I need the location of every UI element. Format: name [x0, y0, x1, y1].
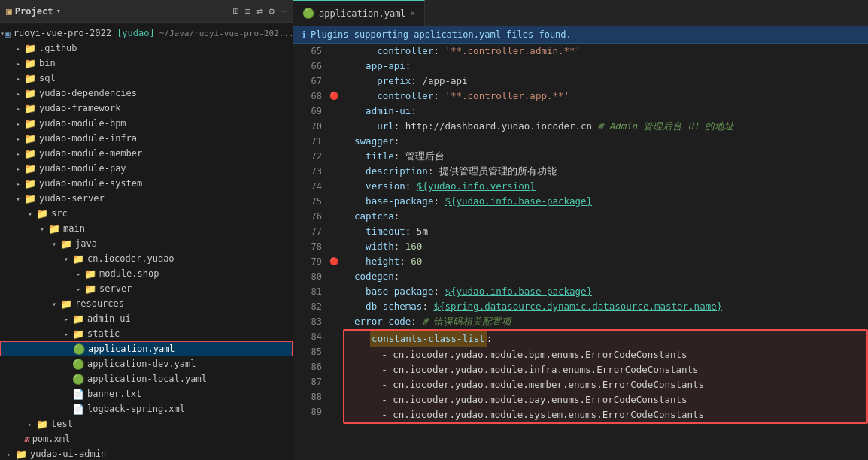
tree-item-logback[interactable]: ▸ 📄 logback-spring.xml: [0, 401, 293, 416]
gutter-cell: [328, 359, 340, 374]
arrow-adminui: ▸: [60, 315, 72, 323]
tab-application-yaml[interactable]: 🟢 application.yaml ✕: [293, 0, 425, 26]
folder-icon-server: 📁: [24, 193, 36, 204]
line-number: 74: [293, 179, 322, 194]
sidebar-icon-1[interactable]: ⊞: [233, 5, 239, 17]
arrow-test: ▸: [24, 420, 36, 428]
tree-item-server[interactable]: ▾ 📁 yudao-server: [0, 191, 293, 206]
sidebar-icon-2[interactable]: ≡: [245, 5, 251, 17]
tree-label-infra: yudao-module-infra: [39, 133, 137, 144]
tree-item-infra[interactable]: ▸ 📁 yudao-module-infra: [0, 131, 293, 146]
code-line: url: http://dashboard.yudao.iocoder.cn #…: [343, 119, 868, 134]
folder-icon-sql: 📁: [24, 73, 36, 84]
tree-item-pom[interactable]: ▸ m pom.xml: [0, 431, 293, 446]
gutter-cell: [328, 329, 340, 344]
sidebar-icon-5[interactable]: −: [281, 5, 287, 17]
arrow-fw: ▸: [12, 104, 24, 113]
gutter-cell: [328, 314, 340, 329]
tree-item-member[interactable]: ▸ 📁 yudao-module-member: [0, 146, 293, 161]
line-number: 69: [293, 104, 322, 119]
project-tree: ▾ ▣ ruoyi-vue-pro-2022 [yudao] ~/Java/ru…: [0, 23, 293, 460]
tree-item-java[interactable]: ▾ 📁 java: [0, 236, 293, 251]
arrow-src: ▾: [24, 210, 36, 218]
code-line: app-api:: [343, 59, 868, 74]
code-line: timeout: 5m: [343, 224, 868, 239]
tree-item-root[interactable]: ▾ ▣ ruoyi-vue-pro-2022 [yudao] ~/Java/ru…: [0, 26, 293, 41]
tree-item-bpm[interactable]: ▸ 📁 yudao-module-bpm: [0, 116, 293, 131]
tree-item-app-dev-yaml[interactable]: ▸ 🟢 application-dev.yaml: [0, 356, 293, 371]
tree-label-moduleshop: module.shop: [99, 268, 159, 279]
sidebar-toolbar: ⊞ ≡ ⇄ ⚙ −: [233, 5, 287, 17]
code-line: constants-class-list:: [344, 331, 866, 347]
arrow-pay: ▸: [12, 165, 24, 173]
tree-label-fw: yudao-framework: [39, 103, 120, 113]
arrow-sql: ▸: [12, 74, 24, 83]
sidebar-header: ▣ Project ▾ ⊞ ≡ ⇄ ⚙ −: [0, 0, 293, 23]
tree-item-dep[interactable]: ▸ 📁 yudao-dependencies: [0, 86, 293, 101]
sidebar-icon-3[interactable]: ⇄: [257, 5, 263, 17]
tree-item-bin[interactable]: ▸ 📁 bin: [0, 56, 293, 71]
gutter-cell: [328, 299, 340, 314]
tree-label-system: yudao-module-system: [39, 178, 142, 189]
tree-item-test[interactable]: ▸ 📁 test: [0, 416, 293, 431]
folder-icon-servernode: 📁: [84, 283, 96, 295]
gutter-cell: [328, 164, 340, 179]
code-editor[interactable]: controller: '**.controller.admin.**' app…: [340, 44, 868, 460]
tree-item-moduleshop[interactable]: ▸ 📁 module.shop: [0, 266, 293, 281]
tree-item-app-yaml[interactable]: ▸ 🟢 application.yaml: [0, 341, 293, 356]
tree-label-banner: banner.txt: [87, 389, 141, 399]
code-line: controller: '**.controller.app.**': [343, 89, 868, 104]
tree-item-banner[interactable]: ▸ 📄 banner.txt: [0, 386, 293, 401]
tree-label-member: yudao-module-member: [39, 148, 142, 159]
tree-label-app-yaml: application.yaml: [88, 343, 175, 354]
tree-item-sql[interactable]: ▸ 📁 sql: [0, 71, 293, 86]
folder-icon-adminui: 📁: [72, 313, 84, 325]
gutter-cell: [328, 404, 340, 419]
sidebar-title: Project: [15, 6, 53, 17]
tree-item-yudao-ui[interactable]: ▸ 📁 yudao-ui-admin: [0, 446, 293, 460]
line-number: 84: [293, 329, 322, 344]
tab-close-button[interactable]: ✕: [411, 8, 416, 18]
line-number: 65: [293, 44, 322, 59]
sidebar-icon-4[interactable]: ⚙: [269, 5, 275, 17]
tree-item-cniocoder[interactable]: ▾ 📁 cn.iocoder.yudao: [0, 251, 293, 266]
tree-item-fw[interactable]: ▸ 📁 yudao-framework: [0, 101, 293, 116]
folder-icon-fw: 📁: [24, 103, 36, 114]
arrow-member: ▸: [12, 150, 24, 158]
line-number: 88: [293, 389, 322, 404]
tree-label-src: src: [51, 208, 68, 219]
arrow-system: ▸: [12, 180, 24, 188]
tree-label-github: .github: [39, 43, 77, 53]
tree-item-system[interactable]: ▸ 📁 yudao-module-system: [0, 176, 293, 191]
tree-item-app-local-yaml[interactable]: ▸ 🟢 application-local.yaml: [0, 371, 293, 386]
tree-label-cniocoder: cn.iocoder.yudao: [87, 253, 175, 264]
tree-label-logback: logback-spring.xml: [87, 404, 185, 414]
tree-path: ~/Java/ruoyi-vue-pro-202...: [159, 29, 293, 38]
arrow-moduleshop: ▸: [72, 270, 84, 278]
tree-label-adminui: admin-ui: [87, 313, 131, 324]
tree-label-app-dev: application-dev.yaml: [87, 359, 196, 369]
arrow-main: ▾: [36, 225, 48, 233]
tree-item-pay[interactable]: ▸ 📁 yudao-module-pay: [0, 161, 293, 176]
tree-item-resources[interactable]: ▾ 📁 resources: [0, 296, 293, 311]
tree-label-dep: yudao-dependencies: [39, 88, 137, 98]
tree-label-main: main: [63, 223, 85, 234]
line-number: 83: [293, 314, 322, 329]
tree-label-servernode: server: [99, 283, 132, 294]
tree-item-src[interactable]: ▾ 📁 src: [0, 206, 293, 221]
pom-icon: m: [24, 434, 29, 444]
tree-item-main[interactable]: ▾ 📁 main: [0, 221, 293, 236]
tree-item-servernode[interactable]: ▸ 📁 server: [0, 281, 293, 296]
gutter-cell: [328, 239, 340, 254]
folder-icon-bpm: 📁: [24, 118, 36, 129]
line-number: 71: [293, 134, 322, 149]
project-dropdown-icon[interactable]: ▾: [56, 6, 61, 16]
line-number: 68: [293, 89, 322, 104]
line-number: 67: [293, 74, 322, 89]
code-line: width: 160: [343, 239, 868, 254]
tree-item-adminui[interactable]: ▸ 📁 admin-ui: [0, 311, 293, 326]
tree-item-static[interactable]: ▸ 📁 static: [0, 326, 293, 341]
folder-icon-resources: 📁: [60, 298, 72, 310]
tree-item-github[interactable]: ▸ 📁 .github: [0, 41, 293, 56]
tab-bar: 🟢 application.yaml ✕: [293, 0, 868, 26]
